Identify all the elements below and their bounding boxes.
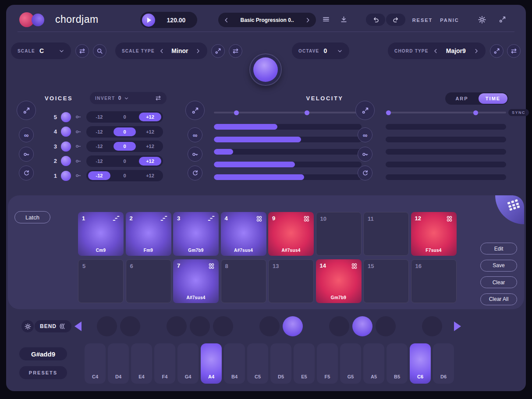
invert-shuffle-icon[interactable] (155, 95, 161, 101)
time-loop-icon[interactable] (358, 166, 372, 180)
slider-handle[interactable] (305, 110, 309, 115)
black-key[interactable] (376, 316, 396, 336)
black-key[interactable] (213, 316, 233, 336)
panic-button[interactable]: PANIC (437, 18, 462, 23)
transpose-mark[interactable]: +12 (139, 157, 161, 166)
velocity-range-slider[interactable] (214, 112, 362, 113)
velocity-random-icon[interactable] (185, 101, 205, 120)
randomize-all-icon[interactable] (499, 16, 506, 23)
white-key-G5[interactable]: G5 (340, 343, 361, 384)
chord-pad-2[interactable]: 2Fm9 (126, 212, 171, 256)
bend-toggle[interactable]: BEND (35, 320, 71, 332)
invert-dropdown[interactable]: INVERT 0 (90, 92, 167, 104)
black-key[interactable] (190, 316, 210, 336)
link-icon[interactable] (75, 114, 82, 120)
white-key-C5[interactable]: C5 (247, 343, 268, 384)
time-bar[interactable] (386, 137, 506, 142)
time-bar[interactable] (386, 149, 506, 155)
sync-toggle[interactable]: SYNC (508, 109, 529, 116)
time-bar[interactable] (386, 162, 506, 167)
white-key-D5[interactable]: D5 (270, 343, 291, 384)
chord-pad-10[interactable]: 10 (316, 212, 362, 256)
voice-toggle[interactable] (61, 127, 71, 137)
save-button[interactable]: Save (480, 260, 517, 272)
black-key[interactable] (422, 316, 442, 336)
redo-button[interactable] (386, 14, 405, 26)
scale-type-prev-button[interactable] (159, 48, 165, 54)
shuffle-icon[interactable] (507, 44, 521, 58)
velocity-bar[interactable] (214, 124, 362, 130)
play-button[interactable] (142, 14, 155, 27)
preset-prev-button[interactable] (223, 17, 230, 23)
white-key-G4[interactable]: G4 (177, 343, 199, 384)
transpose-mark[interactable]: -12 (88, 113, 110, 121)
white-key-F5[interactable]: F5 (317, 343, 338, 384)
voice-transpose-slider[interactable]: -120+12 (86, 111, 163, 123)
white-key-E5[interactable]: E5 (294, 343, 315, 384)
white-key-D6[interactable]: D6 (433, 343, 454, 384)
shuffle-icon[interactable] (229, 44, 242, 58)
chord-pad-4[interactable]: 4A#7sus4 (221, 212, 266, 256)
slider-handle[interactable] (234, 110, 239, 115)
link-icon[interactable] (75, 143, 82, 149)
voices-infinity-icon[interactable]: ∞ (19, 127, 34, 142)
octave-dropdown[interactable]: OCTAVE 0 (292, 42, 349, 59)
download-icon[interactable] (340, 16, 348, 23)
voice-transpose-slider[interactable]: -120+12 (86, 155, 163, 167)
white-key-A5[interactable]: A5 (363, 343, 384, 384)
velocity-bar[interactable] (214, 149, 362, 155)
black-key[interactable] (167, 316, 187, 336)
velocity-bar[interactable] (214, 137, 362, 142)
chord-pad-9[interactable]: 9A#7sus4 (268, 212, 314, 256)
transpose-mark[interactable]: +12 (139, 171, 161, 180)
keyboard-settings-gear-icon[interactable] (21, 320, 34, 332)
chord-pad-16[interactable]: 16 (411, 259, 457, 303)
time-infinity-icon[interactable]: ∞ (358, 127, 372, 142)
clear-all-button[interactable]: Clear All (480, 293, 517, 305)
time-bar[interactable] (386, 174, 506, 180)
black-key[interactable] (259, 316, 280, 336)
voice-transpose-slider[interactable]: -120+12 (86, 141, 163, 152)
chord-pad-3[interactable]: 3Gm7b9 (173, 212, 219, 256)
voice-transpose-slider[interactable]: -120+12 (86, 126, 163, 138)
preset-name[interactable]: Basic Progression 0.. (230, 17, 305, 23)
clear-button[interactable]: Clear (480, 276, 517, 288)
voices-random-icon[interactable] (17, 101, 36, 120)
transpose-mark[interactable]: -12 (88, 142, 110, 151)
velocity-infinity-icon[interactable]: ∞ (188, 127, 202, 142)
white-key-E4[interactable]: E4 (131, 343, 152, 384)
slider-handle[interactable] (473, 110, 478, 115)
velocity-bar[interactable] (214, 162, 362, 167)
white-key-B4[interactable]: B4 (224, 343, 245, 384)
link-icon[interactable] (75, 158, 82, 164)
slider-handle[interactable] (386, 110, 391, 115)
keyboard-view-corner-button[interactable] (495, 195, 524, 224)
voices-key-icon[interactable] (19, 147, 34, 162)
velocity-key-icon[interactable] (188, 147, 202, 162)
reset-button[interactable]: RESET (410, 18, 435, 23)
transpose-mark[interactable]: +12 (139, 113, 161, 121)
time-bar[interactable] (386, 124, 506, 130)
chord-pad-14[interactable]: 14Gm7b9 (316, 259, 362, 303)
flow-icon[interactable] (75, 44, 89, 58)
velocity-bar[interactable] (214, 174, 362, 180)
white-key-A4[interactable]: A4 (201, 343, 222, 384)
latch-button[interactable]: Latch (14, 211, 50, 223)
white-key-D4[interactable]: D4 (108, 343, 129, 384)
voice-transpose-slider[interactable]: -120+12 (86, 170, 163, 181)
undo-button[interactable] (366, 14, 385, 26)
transpose-mark[interactable]: -12 (88, 127, 110, 136)
time-tab[interactable]: TIME (479, 93, 507, 104)
black-key[interactable] (283, 316, 303, 336)
time-range-slider[interactable] (386, 112, 506, 113)
chord-type-selector[interactable]: CHORD TYPE Major9 (388, 42, 486, 59)
time-key-icon[interactable] (358, 147, 372, 162)
settings-gear-icon[interactable] (478, 16, 486, 24)
chord-type-next-button[interactable] (473, 48, 479, 54)
transpose-mark[interactable]: 0 (113, 142, 136, 151)
transpose-mark[interactable]: 0 (113, 171, 136, 180)
chord-pad-13[interactable]: 13 (268, 259, 314, 303)
random-icon[interactable] (490, 44, 504, 58)
scale-dropdown[interactable]: SCALE C (11, 42, 71, 59)
white-key-C4[interactable]: C4 (85, 343, 106, 384)
